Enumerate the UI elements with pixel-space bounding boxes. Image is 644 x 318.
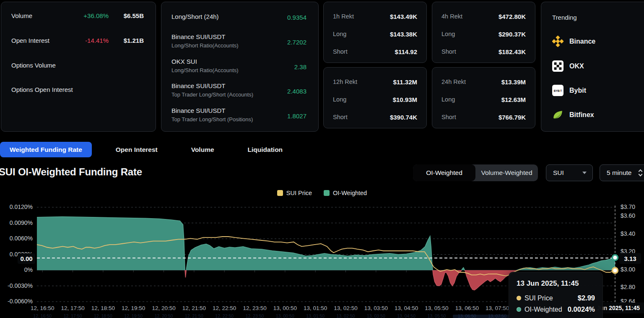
- datazoom-ghost-label: 12, 20:50: [155, 313, 173, 318]
- x-axis-tick: 12, 19:50: [122, 305, 145, 311]
- x-axis-tick: 13, 03:50: [364, 305, 388, 311]
- long-short-metric-label: Long/Short Ratio(Accounts): [171, 67, 308, 73]
- rekt-long-row: Long$143.38K: [333, 31, 417, 38]
- rekt-total-row: 1h Rekt$143.49K: [333, 13, 417, 21]
- x-axis-tick: 12, 18:50: [91, 305, 115, 311]
- datazoom-ghost-label: 13, 03:50: [367, 313, 385, 318]
- rekt-long-value: $143.38K: [390, 31, 417, 38]
- rekt-card-4h: 4h Rekt$472.80KLong$290.37KShort$182.43K: [432, 2, 535, 63]
- tab-liquidation[interactable]: Liquidation: [238, 142, 293, 157]
- rekt-total-row: 4h Rekt$472.80K: [441, 13, 526, 21]
- right-axis-tick: $3.70: [621, 203, 635, 210]
- rekt-total-value: $13.39M: [501, 78, 526, 86]
- long-short-value: 0.9354: [287, 14, 306, 21]
- x-axis-tick: 13, 00:50: [273, 305, 297, 311]
- legend-label: OI-Weighted: [333, 190, 367, 196]
- trending-exchange-name: OKX: [569, 63, 584, 70]
- rekt-long-row: Long$290.37K: [441, 31, 526, 38]
- rekt-short-value: $114.92: [395, 48, 417, 55]
- stats-row-change: -14.41%: [85, 37, 109, 44]
- stats-row-value: $1.21B: [124, 37, 144, 44]
- oi-weighted-swatch: [324, 190, 330, 196]
- long-short-value: 2.7202: [287, 39, 306, 46]
- datazoom-ghost-label: 13, 00:50: [276, 313, 294, 318]
- x-axis-tick: 13, 02:50: [334, 305, 357, 311]
- symbol-select[interactable]: SUI: [546, 164, 593, 181]
- datazoom-ghost-label: 13, 01:50: [306, 313, 325, 318]
- x-axis-tick: 13, 07:50: [486, 305, 509, 311]
- market-stats-card: Volume+36.08%$6.55BOpen Interest-14.41%$…: [1, 2, 156, 132]
- rekt-title: 4h Rekt: [441, 13, 462, 20]
- legend-item-sui-price[interactable]: SUI Price: [277, 190, 312, 196]
- rekt-short-label: Short: [333, 114, 348, 120]
- toggle-oi-weighted[interactable]: OI-Weighted: [413, 164, 475, 181]
- datazoom-ghost-label: 12, 17:50: [64, 313, 82, 318]
- tooltip-series-dot: [517, 296, 521, 300]
- rekt-long-value: $290.37K: [499, 31, 526, 38]
- trending-item-bitfinex[interactable]: Bitfinex: [552, 109, 594, 120]
- datazoom-ghost-label: 13, 06:50: [458, 313, 476, 318]
- current-price-badge: 3.13: [619, 253, 641, 264]
- tooltip-title: 13 Jun 2025, 11:45: [517, 279, 595, 288]
- rekt-long-label: Long: [333, 31, 346, 37]
- rekt-total-value: $472.80K: [499, 13, 526, 20]
- x-axis-tick: 13, 01:50: [304, 305, 327, 311]
- trending-exchange-name: Bitfinex: [569, 111, 594, 119]
- datazoom-ghost-label: 13, 05:50: [428, 313, 446, 318]
- chart-tabs: Weighted Funding RateOpen InterestVolume…: [0, 142, 292, 157]
- bitfinex-icon: [552, 109, 564, 120]
- right-axis-tick: $2.80: [621, 284, 635, 290]
- interval-select[interactable]: 5 minute: [600, 164, 644, 181]
- datazoom-ghost-label: 12, 18:50: [94, 313, 112, 318]
- trending-item-okx[interactable]: OKX: [552, 60, 584, 72]
- tab-open-interest[interactable]: Open Interest: [106, 142, 167, 157]
- binance-icon: [552, 36, 564, 47]
- x-axis-tick: 13, 05:50: [425, 305, 448, 311]
- rekt-card-1h: 1h Rekt$143.49KLong$143.38KShort$114.92: [323, 2, 427, 63]
- rekt-title: 1h Rekt: [333, 13, 354, 20]
- chart-legend: SUI Price OI-Weighted: [0, 190, 644, 196]
- tooltip-row: SUI Price$2.99: [517, 294, 595, 302]
- legend-label: SUI Price: [286, 190, 312, 196]
- stats-row: Options Open Interest: [11, 86, 145, 94]
- tab-weighted-funding-rate[interactable]: Weighted Funding Rate: [0, 142, 92, 157]
- right-axis-tick: $3.60: [621, 212, 635, 219]
- stats-row-label: Open Interest: [11, 37, 49, 44]
- interval-select-value: 5 minute: [607, 169, 631, 177]
- right-axis-tick: $3.40: [621, 230, 635, 237]
- x-axis-tick: 12, 23:50: [243, 305, 266, 311]
- trending-exchange-name: Binance: [569, 38, 595, 45]
- x-axis-tick: 12, 17:50: [61, 305, 84, 311]
- rekt-long-value: $10.93M: [393, 96, 417, 103]
- rekt-short-value: $766.79K: [499, 114, 526, 121]
- trending-item-binance[interactable]: Binance: [552, 36, 595, 47]
- toggle-volume-weighted[interactable]: Volume-Weighted: [475, 164, 538, 181]
- rekt-card-12h: 12h Rekt$11.32MLong$10.93MShort$390.74K: [323, 67, 427, 128]
- left-axis-tick: 0%: [3, 266, 33, 273]
- long-short-pair-label: OKX SUI: [171, 58, 308, 65]
- stats-row-value: $6.55B: [124, 12, 144, 19]
- current-funding-badge: 0.00: [18, 253, 35, 264]
- long-short-row: Binance SUI/USDTLong/Short Ratio(Account…: [171, 33, 308, 51]
- tooltip-row: OI-Weighted0.0024%: [517, 305, 595, 313]
- stats-row: Volume+36.08%$6.55B: [11, 12, 145, 21]
- left-axis-tick: -0.0060%: [3, 298, 33, 305]
- x-axis-tick: 12, 21:50: [182, 305, 206, 311]
- legend-item-oi-weighted[interactable]: OI-Weighted: [324, 190, 367, 196]
- rekt-total-row: 24h Rekt$13.39M: [441, 78, 526, 86]
- trending-exchange-name: Bybit: [569, 87, 586, 94]
- datazoom-ghost-label: 12, 23:50: [246, 313, 264, 318]
- trending-item-bybit[interactable]: BYBITBybit: [552, 85, 586, 96]
- rekt-long-label: Long: [333, 96, 346, 103]
- left-axis-tick: 0.0120%: [3, 203, 33, 210]
- x-axis-tick: 12, 16:50: [31, 305, 54, 311]
- rekt-long-value: $12.63M: [501, 96, 526, 103]
- long-short-row: Binance SUI/USDTTop Trader Long/Short (P…: [171, 107, 308, 125]
- datazoom-ghost-label: 12, 21:50: [185, 313, 203, 318]
- long-short-row: Long/Short (24h)0.9354: [171, 13, 308, 21]
- chart-tooltip: 13 Jun 2025, 11:45 SUI Price$2.99OI-Weig…: [509, 272, 603, 318]
- stats-row: Open Interest-14.41%$1.21B: [11, 37, 145, 45]
- rekt-card-24h: 24h Rekt$13.39MLong$12.63MShort$766.79K: [432, 67, 535, 128]
- chevron-down-icon: [582, 172, 587, 174]
- tab-volume[interactable]: Volume: [182, 142, 224, 157]
